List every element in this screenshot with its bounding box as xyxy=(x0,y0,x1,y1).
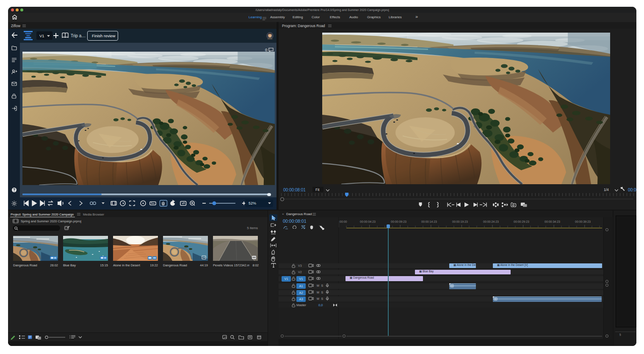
svg-text:S: S xyxy=(321,291,323,294)
svg-text:M: M xyxy=(317,291,319,294)
svg-text:M: M xyxy=(317,297,319,300)
svg-text:S: S xyxy=(321,297,323,300)
svg-text:S: S xyxy=(321,284,323,287)
svg-text:M: M xyxy=(317,284,319,287)
